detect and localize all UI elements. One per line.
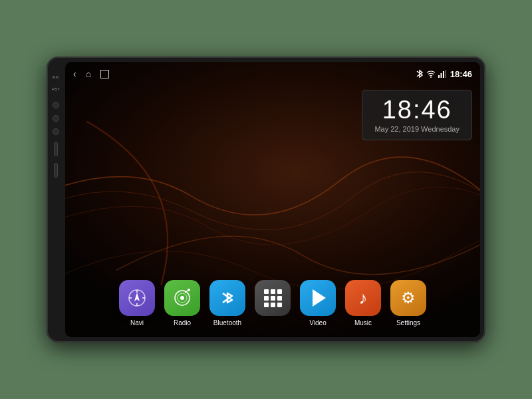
car-head-unit: MIC RST: [47, 57, 485, 342]
window-nav-icon[interactable]: [100, 70, 109, 78]
music-note-icon: ♪: [359, 288, 368, 309]
gear-symbol: ⚙: [401, 289, 416, 307]
home-button[interactable]: [53, 115, 59, 122]
svg-rect-4: [443, 71, 444, 78]
video-icon: [300, 280, 336, 316]
mic-label: MIC: [53, 75, 60, 79]
app-item-music[interactable]: ♪ Music: [345, 280, 381, 327]
svg-marker-11: [134, 293, 140, 301]
rst-label: RST: [52, 87, 60, 91]
apps-icon: [255, 280, 291, 316]
app-grid: Navi Radio: [65, 280, 480, 327]
screen-wrapper: ‹ ⌂: [65, 62, 480, 337]
clock-widget: 18:46 May 22, 2019 Wednesday: [362, 90, 472, 140]
bluetooth-icon: [209, 280, 245, 316]
app-item-radio[interactable]: Radio: [164, 280, 200, 327]
play-triangle: [313, 289, 326, 307]
app-item-navi[interactable]: Navi: [119, 280, 155, 327]
app-item-settings[interactable]: ⚙ Settings: [390, 280, 426, 327]
wifi-status-icon: [426, 70, 436, 78]
status-icons: [416, 69, 446, 78]
app-item-bluetooth[interactable]: Bluetooth: [209, 280, 245, 327]
bluetooth-status-icon: [416, 69, 424, 78]
top-bar: ‹ ⌂: [65, 62, 480, 86]
nav-icons: ‹ ⌂: [73, 68, 109, 79]
radio-icon: [164, 280, 200, 316]
status-time: 18:46: [450, 69, 472, 79]
video-label: Video: [309, 319, 326, 327]
svg-rect-5: [445, 70, 446, 78]
back-nav-icon[interactable]: ‹: [73, 68, 76, 79]
settings-icon: ⚙: [390, 280, 426, 316]
power-button[interactable]: [53, 102, 59, 108]
app-item-apps[interactable]: [255, 280, 291, 327]
vol-down-button[interactable]: [54, 163, 58, 178]
bluetooth-label: Bluetooth: [213, 319, 241, 327]
svg-rect-2: [438, 75, 440, 78]
clock-date: May 22, 2019 Wednesday: [374, 125, 460, 133]
music-icon: ♪: [345, 280, 381, 316]
navi-label: Navi: [130, 319, 144, 327]
music-label: Music: [354, 319, 372, 327]
main-screen: ‹ ⌂: [65, 62, 480, 337]
home-nav-icon[interactable]: ⌂: [86, 68, 91, 79]
clock-time: 18:46: [374, 97, 460, 122]
svg-point-1: [430, 76, 432, 78]
vol-up-button[interactable]: [54, 142, 58, 156]
app-item-video[interactable]: Video: [300, 280, 336, 327]
svg-point-16: [188, 289, 190, 291]
signal-status-icon: [438, 70, 446, 78]
grid-dots: [264, 289, 282, 307]
settings-label: Settings: [396, 319, 420, 327]
svg-point-14: [180, 296, 184, 300]
back-button[interactable]: [53, 128, 59, 135]
svg-rect-3: [440, 73, 442, 78]
status-bar: 18:46: [416, 69, 472, 79]
side-buttons-panel: MIC RST: [47, 62, 65, 337]
navi-icon: [119, 280, 155, 316]
radio-label: Radio: [174, 319, 191, 327]
